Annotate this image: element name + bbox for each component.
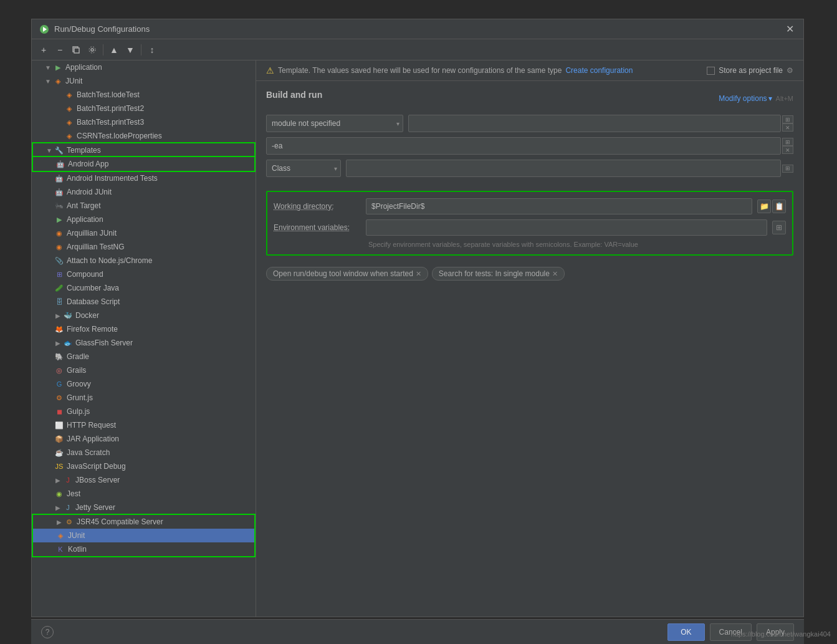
store-project-checkbox[interactable]	[707, 67, 715, 75]
tree-item-batchtest3[interactable]: ◈ BatchTest.printTest3	[32, 115, 256, 129]
working-dir-browse-btn[interactable]: 📁	[757, 199, 771, 213]
sort-button[interactable]: ↕	[145, 43, 159, 57]
firefox-label: Firefox Remote	[67, 325, 118, 334]
right-panel: ⚠ Template. The values saved here will b…	[256, 60, 803, 617]
class-select[interactable]: Class	[266, 160, 341, 177]
up-button[interactable]: ▲	[107, 43, 121, 57]
tree-item-jetty[interactable]: ▶ J Jetty Server	[32, 501, 256, 514]
tree-item-kotlin[interactable]: K Kotlin	[33, 542, 254, 556]
down-button[interactable]: ▼	[123, 43, 137, 57]
tree-item-grunt[interactable]: ⚙ Grunt.js	[32, 391, 256, 405]
js-debug-icon: JS	[54, 461, 64, 471]
env-vars-input[interactable]	[366, 219, 767, 236]
jsr45-icon: ⚙	[64, 517, 74, 527]
junit-group-label: JUnit	[65, 77, 82, 85]
ea-expand-btn[interactable]: ⊞	[782, 138, 793, 146]
tag-search-tests-close[interactable]: ✕	[552, 270, 558, 278]
android-instrumented-label: Android Instrumented Tests	[67, 174, 158, 183]
settings-button[interactable]	[85, 43, 99, 57]
tree-item-jsr45[interactable]: ▶ ⚙ JSR45 Compatible Server	[33, 515, 254, 529]
junit-child-icon3: ◈	[64, 117, 74, 127]
store-project-gear[interactable]: ⚙	[787, 66, 793, 75]
ok-button[interactable]: OK	[667, 623, 704, 641]
copy-button[interactable]	[69, 43, 83, 57]
tree-item-junit-group[interactable]: ▼ ◈ JUnit	[32, 74, 256, 88]
jar-icon: 📦	[54, 434, 64, 444]
grails-icon: ◎	[54, 365, 64, 375]
tree-item-arquillian-testng[interactable]: ◉ Arquillian TestNG	[32, 240, 256, 254]
module-input[interactable]	[408, 115, 781, 132]
tag-search-tests-label: Search for tests: In single module	[439, 269, 550, 278]
junit-child-icon: ◈	[64, 90, 74, 100]
help-button[interactable]: ?	[41, 626, 54, 638]
env-vars-btns: ⊞	[772, 221, 786, 234]
warning-message: Template. The values saved here will be …	[278, 66, 562, 75]
tree-item-compound[interactable]: ⊞ Compound	[32, 267, 256, 281]
add-button[interactable]: +	[37, 43, 50, 57]
working-dir-macro-btn[interactable]: 📋	[772, 199, 786, 213]
tree-item-jest[interactable]: ◉ Jest	[32, 487, 256, 501]
warning-icon: ⚠	[266, 65, 274, 75]
glassfish-arrow: ▶	[54, 339, 62, 347]
tree-item-csrntest[interactable]: ◈ CSRNTest.lodeProperties	[32, 129, 256, 143]
tree-item-batchtest2[interactable]: ◈ BatchTest.printTest2	[32, 102, 256, 115]
cucumber-icon: 🥒	[54, 283, 64, 293]
tree-item-database-script[interactable]: 🗄 Database Script	[32, 295, 256, 309]
tree-item-junit-template[interactable]: ◈ JUnit	[33, 529, 254, 542]
tree-item-firefox[interactable]: 🦊 Firefox Remote	[32, 322, 256, 336]
tag-open-window-close[interactable]: ✕	[416, 270, 421, 278]
class-input[interactable]	[346, 160, 781, 177]
content-area: ▼ ▶ Application ▼ ◈ JUnit ◈ BatchTest.lo…	[32, 60, 803, 617]
tree-item-jboss[interactable]: ▶ J JBoss Server	[32, 473, 256, 487]
warning-bar: ⚠ Template. The values saved here will b…	[256, 60, 803, 81]
gulp-label: Gulp.js	[67, 407, 90, 416]
tree-item-java-scratch[interactable]: ☕ Java Scratch	[32, 446, 256, 459]
remove-button[interactable]: −	[53, 43, 67, 57]
tree-item-arquillian-junit[interactable]: ◉ Arquillian JUnit	[32, 226, 256, 240]
env-vars-expand-btn[interactable]: ⊞	[772, 221, 786, 234]
ea-collapse-btn[interactable]: ✕	[782, 146, 793, 154]
kotlin-icon: K	[55, 544, 65, 554]
working-dir-input[interactable]	[366, 198, 752, 214]
tree-item-gradle[interactable]: 🐘 Gradle	[32, 350, 256, 363]
tree-item-groovy[interactable]: G Groovy	[32, 377, 256, 391]
tree-item-application[interactable]: ▶ Application	[32, 213, 256, 226]
tree-item-jar-application[interactable]: 📦 JAR Application	[32, 432, 256, 446]
left-panel: ▼ ▶ Application ▼ ◈ JUnit ◈ BatchTest.lo…	[32, 60, 256, 617]
close-icon[interactable]: ✕	[783, 23, 796, 36]
module-select[interactable]: module not specified	[266, 115, 403, 132]
tree-item-gulp[interactable]: ◼ Gulp.js	[32, 405, 256, 418]
tree-item-batchtest1[interactable]: ◈ BatchTest.lodeTest	[32, 88, 256, 102]
module-expand-btn[interactable]: ⊞	[782, 115, 793, 123]
android-junit-icon: 🤖	[54, 187, 64, 197]
android-instr-icon: 🤖	[54, 173, 64, 183]
templates-expand-arrow: ▼	[45, 147, 53, 154]
tree-item-android-app[interactable]: 🤖 Android App	[33, 157, 254, 171]
android-icon: 🤖	[55, 159, 65, 169]
create-configuration-link[interactable]: Create configuration	[565, 66, 633, 75]
ea-input[interactable]	[266, 137, 781, 155]
working-dir-row: Working directory: 📁 📋	[274, 198, 786, 214]
tree-item-attach-node[interactable]: 📎 Attach to Node.js/Chrome	[32, 254, 256, 267]
tree-item-grails[interactable]: ◎ Grails	[32, 363, 256, 377]
working-env-section: Working directory: 📁 📋 Environment varia…	[266, 191, 793, 256]
tree-item-cucumber-java[interactable]: 🥒 Cucumber Java	[32, 281, 256, 295]
tree-item-docker[interactable]: ▶ 🐳 Docker	[32, 309, 256, 322]
tree-item-application-group[interactable]: ▼ ▶ Application	[32, 60, 256, 74]
module-collapse-btn[interactable]: ✕	[782, 123, 793, 132]
class-input-area: ⊞	[346, 160, 793, 177]
modify-options-button[interactable]: Modify options ▾	[719, 94, 772, 103]
tree-item-javascript-debug[interactable]: JS JavaScript Debug	[32, 459, 256, 473]
tree-item-http-request[interactable]: ⬜ HTTP Request	[32, 418, 256, 432]
jboss-arrow: ▶	[54, 476, 62, 484]
jest-label: Jest	[67, 489, 80, 498]
class-expand-btn[interactable]: ⊞	[782, 165, 793, 173]
gradle-icon: 🐘	[54, 352, 64, 362]
tree-item-templates[interactable]: ▼ 🔧 Templates	[33, 143, 254, 157]
tree-item-ant-target[interactable]: 🐜 Ant Target	[32, 199, 256, 213]
tree-item-android-junit[interactable]: 🤖 Android JUnit	[32, 185, 256, 199]
ea-input-area: ⊞ ✕	[266, 137, 793, 155]
android-junit-label: Android JUnit	[67, 188, 112, 196]
tree-item-android-instrumented[interactable]: 🤖 Android Instrumented Tests	[32, 171, 256, 185]
tree-item-glassfish[interactable]: ▶ 🐟 GlassFish Server	[32, 336, 256, 350]
